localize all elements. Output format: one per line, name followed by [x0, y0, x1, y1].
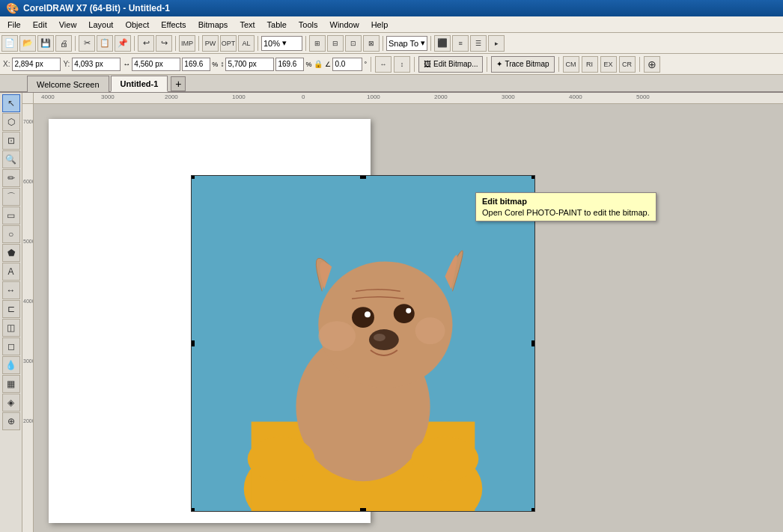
bitmap-color-mode-btn[interactable]: CM — [563, 56, 579, 73]
selection-handle-bc[interactable] — [360, 508, 366, 512]
w-pct-input[interactable] — [182, 58, 210, 71]
tool-dim[interactable]: ↔ — [2, 281, 20, 299]
tab-add-button[interactable]: + — [171, 76, 186, 91]
tool-smart-fill[interactable]: ◈ — [2, 394, 20, 412]
svg-point-12 — [374, 334, 386, 341]
trace-bitmap-button[interactable]: ✦ Trace Bitmap — [491, 56, 554, 73]
tool-freehand[interactable]: ✏ — [2, 169, 20, 187]
selection-handle-mr[interactable] — [531, 340, 535, 346]
w-input[interactable] — [132, 58, 180, 71]
x-label: X: — [3, 60, 10, 68]
tool-transparency[interactable]: ◻ — [2, 337, 20, 355]
tool-text[interactable]: A — [2, 263, 20, 281]
selection-handle-tr[interactable] — [531, 175, 535, 179]
open-button[interactable]: 📂 — [19, 35, 36, 52]
mirror-h-btn[interactable]: ↔ — [375, 56, 392, 73]
tool-zoom2[interactable]: ⊕ — [2, 412, 20, 430]
tool-eyedropper[interactable]: 💧 — [2, 356, 20, 374]
edit-bitmap-button[interactable]: 🖼 Edit Bitmap... — [418, 56, 483, 73]
ruler-label-v: 7000 — [23, 119, 34, 124]
import-button[interactable]: IMP — [179, 35, 195, 52]
menu-bar: File Edit View Layout Object Effects Bit… — [0, 16, 783, 33]
paste-button[interactable]: 📌 — [115, 35, 131, 52]
mirror-v-btn[interactable]: ↕ — [394, 56, 410, 73]
menu-file[interactable]: File — [1, 19, 27, 31]
menu-window[interactable]: Window — [324, 19, 365, 31]
new-button[interactable]: 📄 — [1, 35, 18, 52]
tool-ellipse[interactable]: ○ — [2, 225, 20, 243]
tooltip: Edit bitmap Open Corel PHOTO-PAINT to ed… — [475, 192, 656, 221]
tool-polygon[interactable]: ⬟ — [2, 244, 20, 262]
zoom-dropdown[interactable]: 10% ▾ — [261, 36, 302, 51]
selection-handle-ml[interactable] — [191, 340, 195, 346]
cut-button[interactable]: ✂ — [79, 35, 95, 52]
tool-rectangle[interactable]: ▭ — [2, 207, 20, 224]
save-button[interactable]: 💾 — [37, 35, 54, 52]
options-button[interactable]: OPT — [220, 35, 237, 52]
h-pct-input[interactable] — [275, 58, 304, 71]
snap-guidelines-btn[interactable]: ⊟ — [327, 35, 344, 52]
tool-crop[interactable]: ⊡ — [2, 132, 20, 150]
property-bar: X: Y: ↔ % ↕ % 🔒 ∠ ° ↔ ↕ 🖼 Edit Bitmap...… — [0, 54, 783, 75]
menu-object[interactable]: Object — [119, 19, 155, 31]
bitmap-resolution-btn[interactable]: RI — [582, 56, 598, 73]
tab-untitled1[interactable]: Untitled-1 — [111, 76, 168, 92]
undo-button[interactable]: ↩ — [138, 35, 154, 52]
menu-edit[interactable]: Edit — [27, 19, 53, 31]
tab-welcome-screen[interactable]: Welcome Screen — [27, 76, 109, 92]
x-input[interactable] — [12, 58, 61, 71]
angle-input[interactable] — [332, 58, 362, 71]
canvas-area: 4000 3000 2000 1000 0 1000 2000 3000 400… — [22, 93, 783, 532]
tooltip-description: Open Corel PHOTO-PAINT to edit the bitma… — [482, 208, 650, 217]
bitmap-image[interactable] — [191, 175, 535, 512]
tool-shadow[interactable]: ◫ — [2, 319, 20, 337]
tool-smart-draw[interactable]: ⌒ — [2, 188, 20, 206]
snap-objects-btn[interactable]: ⊡ — [345, 35, 362, 52]
selection-handle-tl[interactable] — [191, 175, 195, 179]
tool-connector[interactable]: ⊏ — [2, 300, 20, 318]
h-input[interactable] — [225, 58, 274, 71]
copy-button[interactable]: 📋 — [97, 35, 113, 52]
sep12 — [558, 57, 559, 72]
svg-point-13 — [318, 321, 356, 351]
print-button[interactable]: 🖨 — [55, 35, 72, 52]
align-right-btn[interactable]: ☰ — [470, 35, 487, 52]
svg-point-9 — [365, 311, 371, 317]
selection-handle-tc[interactable] — [360, 175, 366, 179]
ruler-label: 3000 — [101, 94, 115, 100]
sep1 — [75, 36, 76, 51]
tool-zoom[interactable]: 🔍 — [2, 150, 20, 168]
menu-effects[interactable]: Effects — [155, 19, 192, 31]
applic-launcher[interactable]: AL — [238, 35, 255, 52]
bitmap-crop-btn[interactable]: CR — [619, 56, 636, 73]
redo-button[interactable]: ↪ — [156, 35, 172, 52]
selection-handle-bl[interactable] — [191, 508, 195, 512]
y-input[interactable] — [72, 58, 121, 71]
menu-layout[interactable]: Layout — [82, 19, 119, 31]
bitmap-expand-btn[interactable]: EX — [600, 56, 617, 73]
selection-handle-br[interactable] — [531, 508, 535, 512]
sep6 — [305, 36, 306, 51]
menu-table[interactable]: Table — [261, 19, 293, 31]
ruler-label-v: 3000 — [23, 358, 34, 364]
align-center-btn[interactable]: ≡ — [452, 35, 469, 52]
menu-help[interactable]: Help — [365, 19, 394, 31]
y-label: Y: — [63, 60, 70, 68]
add-btn[interactable]: ⊕ — [644, 56, 660, 73]
more-btn[interactable]: ▸ — [488, 35, 505, 52]
window-title: CorelDRAW X7 (64-Bit) - Untitled-1 — [23, 3, 170, 13]
menu-tools[interactable]: Tools — [293, 19, 324, 31]
svg-point-8 — [394, 304, 415, 323]
pub-web-button[interactable]: PW — [202, 35, 219, 52]
sep10 — [414, 57, 415, 72]
menu-view[interactable]: View — [53, 19, 83, 31]
menu-bitmaps[interactable]: Bitmaps — [192, 19, 234, 31]
snap-to-dropdown[interactable]: Snap To ▾ — [386, 36, 427, 51]
menu-text[interactable]: Text — [234, 19, 261, 31]
snap-grid-btn[interactable]: ⊞ — [309, 35, 326, 52]
tool-shape[interactable]: ⬡ — [2, 113, 20, 131]
align-left-btn[interactable]: ⬛ — [434, 35, 451, 52]
tool-fill[interactable]: ▦ — [2, 375, 20, 393]
snap-page-btn[interactable]: ⊠ — [363, 35, 380, 52]
tool-select[interactable]: ↖ — [2, 94, 20, 112]
